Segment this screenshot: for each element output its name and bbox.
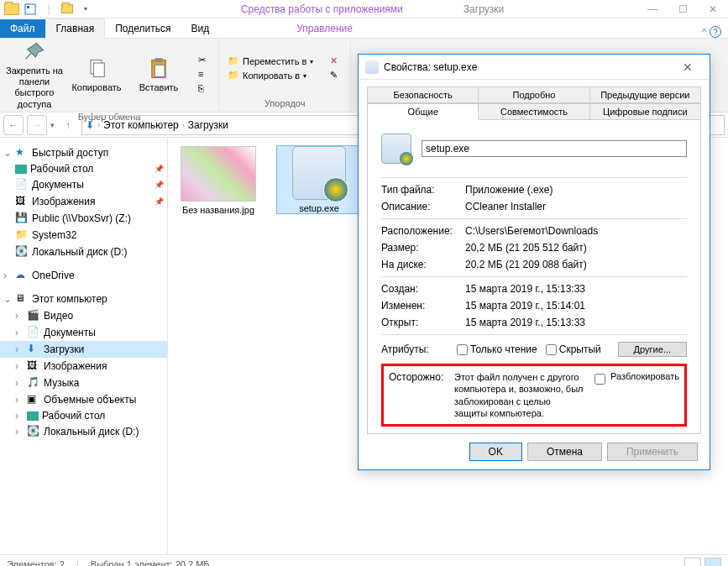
dialog-titlebar[interactable]: Свойства: setup.exe ✕ [359,55,710,80]
nav-music[interactable]: ›🎵Музыка [0,375,167,391]
copy-path-button[interactable]: ≡ [195,68,213,81]
tab-previous-versions[interactable]: Предыдущие версии [589,86,701,103]
desktop-icon [15,165,27,174]
organize-group-label: Упорядоч [224,97,345,110]
system-menu-icon[interactable] [3,1,20,18]
details-view-button[interactable] [684,558,701,567]
breadcrumb-root[interactable]: Этот компьютер [103,119,179,131]
nav-3d-objects[interactable]: ›▣Объемные объекты [0,391,167,408]
up-button[interactable]: ↑ [58,115,78,135]
minimize-button[interactable]: — [637,0,668,18]
size-on-disk-label: На диске: [381,259,465,270]
nav-video[interactable]: ›🎬Видео [0,307,167,324]
file-type-icon [381,134,411,164]
exe-icon [292,146,346,200]
filename-input[interactable] [422,140,687,157]
nav-this-pc[interactable]: ⌄🖥Этот компьютер [0,291,167,307]
properties-dialog: Свойства: setup.exe ✕ Безопасность Подро… [358,54,710,470]
help-icon[interactable]: ? [710,26,721,38]
breadcrumb-current[interactable]: Загрузки [188,119,228,131]
nav-localdisk-d-2[interactable]: ›💽Локальный диск (D:) [0,423,167,440]
cut-button[interactable]: ✂ [195,54,213,67]
rename-button[interactable]: ✎ [327,69,345,82]
drive-icon: 💽 [15,245,29,259]
window-titlebar: | ▾ Средства работы с приложениями Загру… [0,0,728,18]
copy-button[interactable]: Копировать [67,57,126,93]
apply-button[interactable]: Применить [607,443,698,461]
file-label: setup.exe [277,203,361,213]
tab-signatures[interactable]: Цифровые подписи [589,103,701,120]
file-item-image[interactable]: Без названия.jpg [176,146,260,215]
computer-icon: 🖥 [15,292,29,306]
warning-label: Осторожно: [389,371,448,419]
cube-icon: ▣ [27,393,40,406]
paste-shortcut-button[interactable]: ⎘ [195,82,213,96]
icons-view-button[interactable] [704,558,721,567]
tab-view[interactable]: Вид [181,19,219,38]
tab-security[interactable]: Безопасность [367,86,479,103]
cancel-button[interactable]: Отмена [527,443,602,461]
delete-icon: ✕ [330,55,342,67]
copy-icon [85,57,108,81]
hidden-checkbox[interactable]: Скрытый [546,343,601,355]
move-to-button[interactable]: 📁Переместить в ▾ [224,55,317,68]
nav-pictures[interactable]: 🖼Изображения📌 [0,193,167,210]
attributes-label: Атрибуты: [381,343,448,355]
back-button[interactable]: ← [3,115,24,135]
nav-desktop-2[interactable]: ›Рабочий стол [0,408,167,423]
window-title: Загрузки [464,3,504,15]
tab-share[interactable]: Поделиться [105,19,181,38]
qat-divider: | [40,1,57,18]
qat-properties-icon[interactable] [22,1,39,18]
tab-manage[interactable]: Управление [286,19,363,38]
downloads-folder-icon: ⬇ [86,119,94,131]
forward-button[interactable]: → [27,115,47,135]
description-label: Описание: [381,201,465,212]
nav-public-share[interactable]: 💾Public (\\VboxSvr) (Z:) [0,210,167,227]
close-window-button[interactable]: ✕ [698,0,728,18]
dialog-close-button[interactable]: ✕ [673,60,703,74]
documents-icon: 📄 [27,326,40,339]
pin-icon [23,40,46,64]
file-label: Без названия.jpg [176,205,260,215]
nav-documents-2[interactable]: ›📄Документы [0,324,167,341]
nav-onedrive[interactable]: ›☁OneDrive [0,267,167,284]
qat-dropdown-icon[interactable]: ▾ [77,1,94,18]
type-label: Тип файла: [381,184,465,196]
pin-button[interactable]: Закрепить на панели быстрого доступа [5,40,64,110]
ribbon-collapse-icon[interactable]: ^ [702,28,706,37]
nav-localdisk-d[interactable]: 💽Локальный диск (D:) [0,244,167,260]
path-icon: ≡ [198,69,210,81]
nav-pictures-2[interactable]: ›🖼Изображения [0,358,167,375]
nav-system32[interactable]: 📁System32 [0,227,167,244]
tab-general[interactable]: Общие [367,103,479,120]
tab-compatibility[interactable]: Совместимость [478,103,589,120]
tab-details[interactable]: Подробно [478,86,589,103]
maximize-button[interactable]: ☐ [668,0,698,18]
other-attributes-button[interactable]: Другие... [618,342,687,357]
nav-desktop[interactable]: Рабочий стол📌 [0,161,167,176]
qat-newfolder-icon[interactable] [59,1,76,18]
recent-dropdown-icon[interactable]: ▾ [50,121,55,129]
nav-documents[interactable]: 📄Документы📌 [0,176,167,193]
nav-quick-access[interactable]: ⌄★Быстрый доступ [0,144,167,161]
image-thumbnail [181,146,256,202]
nav-downloads[interactable]: ›⬇Загрузки [0,341,167,358]
dialog-button-row: OK Отмена Применить [359,434,710,469]
navigation-pane: ⌄★Быстрый доступ Рабочий стол📌 📄Документ… [0,138,168,554]
delete-button[interactable]: ✕ [327,55,345,68]
file-item-exe[interactable]: setup.exe [277,146,361,213]
description-value: CCleaner Installer [465,201,687,212]
unblock-checkbox[interactable]: Разблокировать [591,371,679,419]
size-on-disk-value: 20,2 МБ (21 209 088 байт) [465,259,687,270]
copy-to-button[interactable]: 📁Копировать в ▾ [224,69,317,82]
readonly-checkbox[interactable]: Только чтение [457,343,537,355]
netdrive-icon: 💾 [15,212,29,225]
tab-home[interactable]: Главная [45,18,106,39]
ok-button[interactable]: OK [469,443,522,461]
dialog-tabs: Безопасность Подробно Предыдущие версии … [359,80,710,120]
tab-file[interactable]: Файл [0,19,45,38]
pictures-icon: 🖼 [27,359,40,373]
paste-button[interactable]: Вставить [129,57,188,93]
svg-rect-0 [25,4,35,14]
